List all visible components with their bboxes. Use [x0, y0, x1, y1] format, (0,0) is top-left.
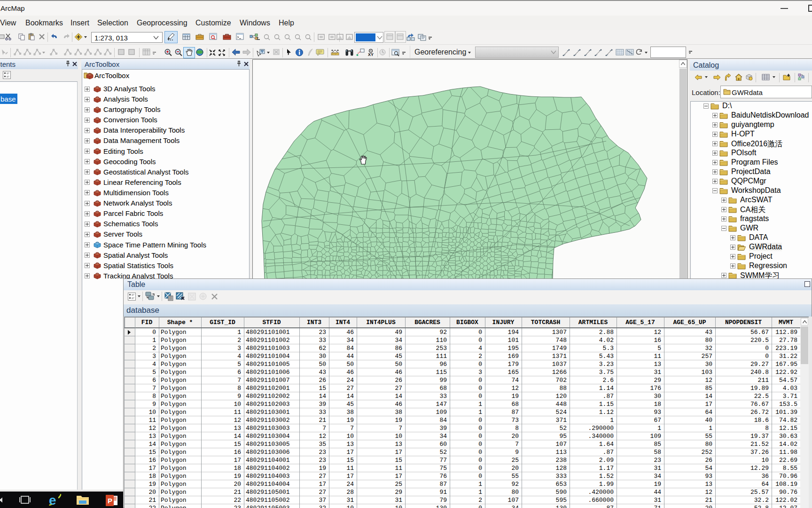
svg-text:XY: XY [368, 52, 374, 56]
svg-text::: : [804, 77, 804, 80]
svg-text:P: P [108, 497, 112, 505]
